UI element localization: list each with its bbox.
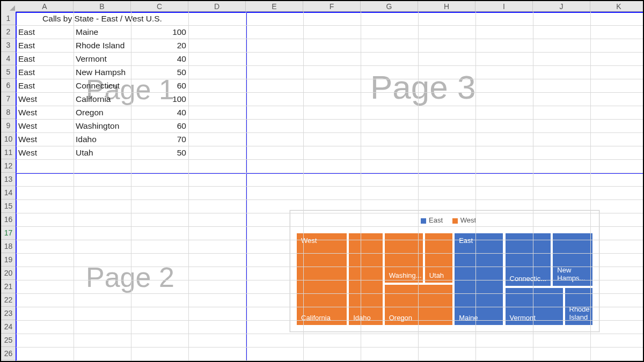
legend-label-east: East bbox=[429, 216, 443, 224]
row-header-13[interactable]: 13 bbox=[1, 173, 16, 186]
treemap-area: West California Idaho Washing... Utah Or… bbox=[296, 232, 594, 326]
row-header-18[interactable]: 18 bbox=[1, 240, 16, 253]
row-header-25[interactable]: 25 bbox=[1, 334, 16, 347]
tile-label-washington: Washing... bbox=[389, 271, 422, 279]
select-all-corner[interactable] bbox=[1, 1, 17, 12]
cell-r7-c0[interactable]: West bbox=[16, 92, 74, 106]
row-header-12[interactable]: 12 bbox=[1, 159, 16, 173]
col-header-C[interactable]: C bbox=[131, 1, 188, 12]
chart-legend: East West bbox=[290, 216, 599, 224]
cell-r2-c2[interactable]: 100 bbox=[131, 25, 188, 39]
row-header-21[interactable]: 21 bbox=[1, 280, 16, 293]
tile-connecticut[interactable]: Connectic... bbox=[504, 232, 552, 287]
cell-r9-c1[interactable]: Washington bbox=[74, 119, 131, 132]
col-header-H[interactable]: H bbox=[418, 1, 475, 12]
row-header-14[interactable]: 14 bbox=[1, 186, 16, 200]
tile-newhamp[interactable]: New Hamps... bbox=[552, 232, 594, 287]
row-header-20[interactable]: 20 bbox=[1, 267, 16, 280]
cell-r6-c0[interactable]: East bbox=[16, 79, 74, 92]
col-header-D[interactable]: D bbox=[188, 1, 246, 12]
tile-idaho[interactable]: Idaho bbox=[348, 232, 384, 326]
row-header-9[interactable]: 9 bbox=[1, 119, 16, 132]
col-header-B[interactable]: B bbox=[74, 1, 131, 12]
cell-r6-c1[interactable]: Connecticut bbox=[74, 79, 131, 92]
cell-r8-c2[interactable]: 40 bbox=[131, 106, 188, 119]
row-header-26[interactable]: 26 bbox=[1, 347, 16, 360]
cell-r4-c0[interactable]: East bbox=[16, 52, 74, 65]
cell-r8-c0[interactable]: West bbox=[16, 106, 74, 119]
tile-label-connecticut: Connectic... bbox=[510, 275, 548, 283]
tile-group-east: East bbox=[459, 237, 473, 245]
watermark-page2: Page 2 bbox=[86, 261, 174, 293]
cell-r5-c0[interactable]: East bbox=[16, 65, 74, 79]
cell-r2-c0[interactable]: East bbox=[16, 25, 74, 39]
col-header-I[interactable]: I bbox=[475, 1, 533, 12]
cell-r7-c1[interactable]: California bbox=[74, 92, 131, 106]
legend-swatch-west bbox=[452, 218, 458, 224]
cell-r5-c1[interactable]: New Hampsh bbox=[74, 65, 131, 79]
row-header-3[interactable]: 3 bbox=[1, 39, 16, 52]
row-header-19[interactable]: 19 bbox=[1, 253, 16, 267]
cell-r3-c2[interactable]: 20 bbox=[131, 39, 188, 52]
row-header-2[interactable]: 2 bbox=[1, 25, 16, 39]
cell-r11-c2[interactable]: 50 bbox=[131, 146, 188, 159]
row-header-24[interactable]: 24 bbox=[1, 320, 16, 334]
pagebreak-top bbox=[16, 12, 643, 13]
cell-r5-c2[interactable]: 50 bbox=[131, 65, 188, 79]
cell-r10-c1[interactable]: Idaho bbox=[74, 132, 131, 146]
tile-label-rhode: Rhode Island bbox=[569, 306, 590, 322]
cell-r7-c2[interactable]: 100 bbox=[131, 92, 188, 106]
row-header-17[interactable]: 17 bbox=[1, 226, 16, 240]
col-header-K[interactable]: K bbox=[590, 1, 644, 12]
col-header-A[interactable]: A bbox=[16, 1, 74, 12]
col-header-G[interactable]: G bbox=[361, 1, 418, 12]
cell-r4-c1[interactable]: Vermont bbox=[74, 52, 131, 65]
cell-r4-c2[interactable]: 40 bbox=[131, 52, 188, 65]
watermark-page3: Page 3 bbox=[370, 68, 476, 106]
row-header-16[interactable]: 16 bbox=[1, 213, 16, 226]
row-header-6[interactable]: 6 bbox=[1, 79, 16, 92]
row-header-1[interactable]: 1 bbox=[1, 12, 16, 25]
col-header-J[interactable]: J bbox=[533, 1, 590, 12]
tile-maine[interactable]: East Maine bbox=[453, 232, 504, 326]
cell-r3-c0[interactable]: East bbox=[16, 39, 74, 52]
row-header-22[interactable]: 22 bbox=[1, 293, 16, 307]
row-header-10[interactable]: 10 bbox=[1, 132, 16, 146]
row-header-15[interactable]: 15 bbox=[1, 200, 16, 213]
col-header-F[interactable]: F bbox=[303, 1, 361, 12]
cell-r6-c2[interactable]: 60 bbox=[131, 79, 188, 92]
treemap-chart[interactable]: East West West California Idaho Washing.… bbox=[290, 210, 599, 332]
row-header-8[interactable]: 8 bbox=[1, 106, 16, 119]
legend-swatch-east bbox=[421, 218, 426, 224]
legend-label-west: West bbox=[460, 216, 476, 224]
cell-r9-c0[interactable]: West bbox=[16, 119, 74, 132]
col-header-E[interactable]: E bbox=[246, 1, 303, 12]
row-header-5[interactable]: 5 bbox=[1, 65, 16, 79]
cell-r8-c1[interactable]: Oregon bbox=[74, 106, 131, 119]
cell-r11-c0[interactable]: West bbox=[16, 146, 74, 159]
row-header-4[interactable]: 4 bbox=[1, 52, 16, 65]
cell-r2-c1[interactable]: Maine bbox=[74, 25, 131, 39]
cell-r11-c1[interactable]: Utah bbox=[74, 146, 131, 159]
cell-title[interactable]: Calls by State - East / West U.S. bbox=[16, 12, 188, 25]
tile-label-utah: Utah bbox=[429, 271, 444, 279]
cell-r10-c0[interactable]: West bbox=[16, 132, 74, 146]
cell-r3-c1[interactable]: Rhode Island bbox=[74, 39, 131, 52]
spreadsheet-grid[interactable]: ABCDEFGHIJK 1234567891011121314151617181… bbox=[1, 1, 643, 361]
cell-r9-c2[interactable]: 60 bbox=[131, 119, 188, 132]
row-header-23[interactable]: 23 bbox=[1, 307, 16, 320]
row-header-11[interactable]: 11 bbox=[1, 146, 16, 159]
row-header-7[interactable]: 7 bbox=[1, 92, 16, 106]
cell-r10-c2[interactable]: 70 bbox=[131, 132, 188, 146]
